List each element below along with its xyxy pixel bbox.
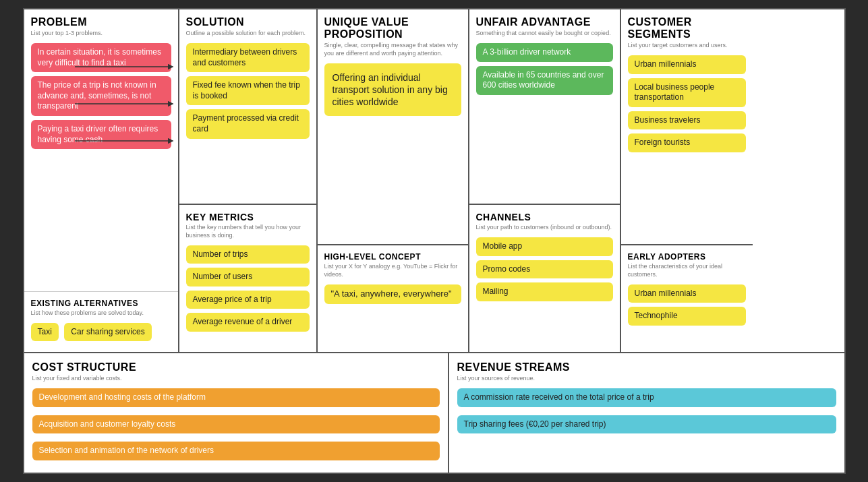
problem-top: PROBLEM List your top 1-3 problems. In c… bbox=[24, 9, 178, 291]
early-section: EARLY ADOPTERS List the characteristics … bbox=[621, 244, 753, 352]
cost-tag-1: Acquisition and customer loyalty costs bbox=[32, 415, 440, 434]
customer-top: CUSTOMER SEGMENTS List your target custo… bbox=[621, 9, 753, 244]
channels-tag-2: Mailing bbox=[476, 282, 613, 301]
channels-tag-1: Promo codes bbox=[476, 260, 613, 279]
top-grid: PROBLEM List your top 1-3 problems. In c… bbox=[24, 9, 844, 353]
problem-tag-0: In certain situation, it is sometimes ve… bbox=[31, 43, 171, 72]
customer-title: CUSTOMER SEGMENTS bbox=[628, 16, 746, 40]
solution-tag-2: Payment processed via credit card bbox=[186, 109, 310, 138]
solution-top: SOLUTION Outline a possible solution for… bbox=[179, 9, 316, 204]
metrics-title: KEY METRICS bbox=[186, 212, 310, 222]
cost-title: COST STRUCTURE bbox=[32, 361, 440, 373]
solution-tag-0: Intermediary between drivers and custome… bbox=[186, 43, 310, 72]
early-tag-0: Urban millennials bbox=[628, 284, 746, 303]
cost-cell: COST STRUCTURE List your fixed and varia… bbox=[24, 353, 449, 472]
channels-subtitle: List your path to customers (inbound or … bbox=[476, 224, 613, 232]
existing-tag-1: Car sharing services bbox=[64, 323, 151, 342]
revenue-cell: REVENUE STREAMS List your sources of rev… bbox=[449, 353, 844, 472]
existing-title: EXISTING ALTERNATIVES bbox=[31, 299, 171, 308]
unfair-tag-1: Available in 65 countries and over 600 c… bbox=[476, 66, 613, 95]
early-tag-1: Technophile bbox=[628, 307, 746, 326]
early-subtitle: List the characteristics of your ideal c… bbox=[628, 263, 746, 278]
channels-title: CHANNELS bbox=[476, 212, 613, 222]
revenue-tag-0: A commission rate received on the total … bbox=[457, 388, 836, 407]
problem-cell: PROBLEM List your top 1-3 problems. In c… bbox=[24, 9, 179, 352]
unfair-subtitle: Something that cannot easily be bought o… bbox=[476, 30, 613, 38]
solution-cell: SOLUTION Outline a possible solution for… bbox=[179, 9, 318, 352]
customer-tag-1: Local business people transportation bbox=[628, 78, 746, 107]
cost-subtitle: List your fixed and variable costs. bbox=[32, 375, 440, 383]
cost-tags: Development and hosting costs of the pla… bbox=[32, 388, 440, 464]
channels-tag-0: Mobile app bbox=[476, 237, 613, 256]
cost-tag-0: Development and hosting costs of the pla… bbox=[32, 388, 440, 407]
customer-cell: CUSTOMER SEGMENTS List your target custo… bbox=[621, 9, 753, 352]
customer-subtitle: List your target customers and users. bbox=[628, 42, 746, 50]
revenue-tags: A commission rate received on the total … bbox=[457, 388, 836, 438]
metrics-tag-0: Number of trips bbox=[186, 245, 310, 264]
revenue-tag-1: Trip sharing fees (€0,20 per shared trip… bbox=[457, 415, 836, 434]
revenue-subtitle: List your sources of revenue. bbox=[457, 375, 836, 383]
concept-subtitle: List your X for Y analogy e.g. YouTube =… bbox=[324, 263, 461, 278]
unfair-title: UNFAIR ADVANTAGE bbox=[476, 16, 613, 28]
bottom-grid: COST STRUCTURE List your fixed and varia… bbox=[24, 353, 844, 472]
customer-tag-2: Business travelers bbox=[628, 111, 746, 130]
uvp-cell: UNIQUE VALUE PROPOSITION Single, clear, … bbox=[318, 9, 469, 352]
problem-tag-2: Paying a taxi driver often requires havi… bbox=[31, 120, 171, 149]
solution-tag-1: Fixed fee known when the trip is booked bbox=[186, 76, 310, 105]
concept-tag: "A taxi, anywhere, everywhere" bbox=[324, 284, 461, 304]
metrics-tag-3: Average revenue of a driver bbox=[186, 313, 310, 332]
unfair-cell: UNFAIR ADVANTAGE Something that cannot e… bbox=[469, 9, 621, 352]
uvp-tag: Offering an individual transport solutio… bbox=[324, 63, 461, 117]
unfair-top: UNFAIR ADVANTAGE Something that cannot e… bbox=[469, 9, 620, 204]
cost-tag-2: Selection and animation of the network o… bbox=[32, 442, 440, 460]
customer-tag-3: Foreign tourists bbox=[628, 133, 746, 152]
unfair-tag-0: A 3-billion driver network bbox=[476, 43, 613, 62]
metrics-tag-1: Number of users bbox=[186, 268, 310, 287]
early-title: EARLY ADOPTERS bbox=[628, 252, 746, 262]
channels-section: CHANNELS List your path to customers (in… bbox=[469, 204, 620, 352]
existing-tag-0: Taxi bbox=[31, 323, 59, 342]
uvp-title: UNIQUE VALUE PROPOSITION bbox=[324, 16, 461, 40]
metrics-subtitle: List the key numbers that tell you how y… bbox=[186, 224, 310, 239]
uvp-top: UNIQUE VALUE PROPOSITION Single, clear, … bbox=[318, 9, 468, 244]
problem-subtitle: List your top 1-3 problems. bbox=[31, 30, 171, 38]
customer-tag-0: Urban millennials bbox=[628, 55, 746, 74]
problem-title: PROBLEM bbox=[31, 16, 171, 28]
metrics-section: KEY METRICS List the key numbers that te… bbox=[179, 204, 316, 352]
existing-subtitle: List how these problems are solved today… bbox=[31, 309, 171, 318]
revenue-title: REVENUE STREAMS bbox=[457, 361, 836, 373]
solution-subtitle: Outline a possible solution for each pro… bbox=[186, 30, 310, 38]
concept-title: HIGH-LEVEL CONCEPT bbox=[324, 252, 461, 262]
solution-title: SOLUTION bbox=[186, 16, 310, 28]
concept-section: HIGH-LEVEL CONCEPT List your X for Y ana… bbox=[318, 244, 468, 352]
problem-tag-1: The price of a trip is not known in adva… bbox=[31, 76, 171, 116]
problem-existing: EXISTING ALTERNATIVES List how these pro… bbox=[24, 291, 178, 352]
uvp-subtitle: Single, clear, compelling message that s… bbox=[324, 42, 461, 57]
lean-canvas: PROBLEM List your top 1-3 problems. In c… bbox=[23, 8, 846, 473]
metrics-tag-2: Average price of a trip bbox=[186, 291, 310, 309]
